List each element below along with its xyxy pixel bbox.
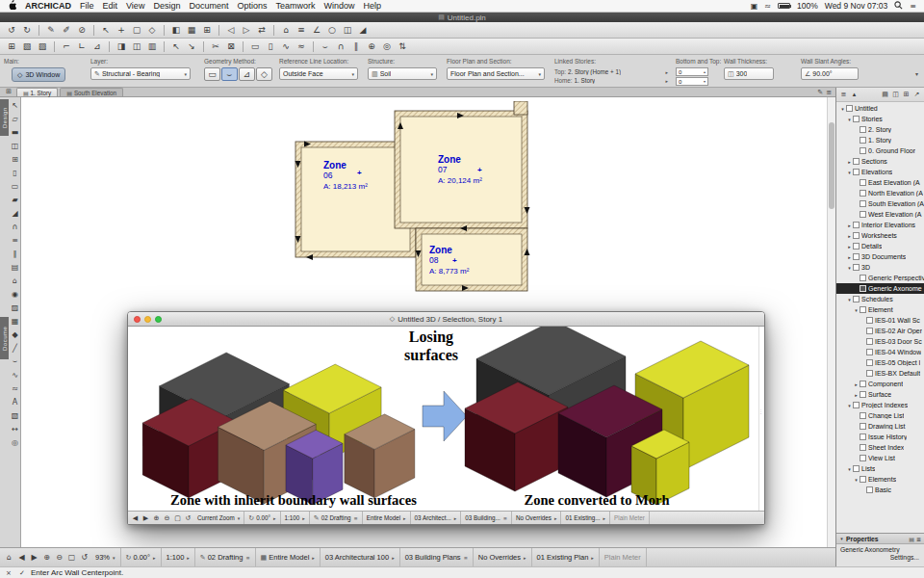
layers-alt-icon[interactable]: ▥ — [144, 39, 160, 53]
bottom-offset-input[interactable]: 0 ▾ — [676, 77, 708, 86]
menu-document[interactable]: Document — [189, 0, 228, 13]
slant-icon[interactable]: ⊿ — [90, 39, 105, 53]
menu-options[interactable]: Options — [237, 0, 267, 13]
zone-08-handle-icon[interactable]: + — [452, 256, 457, 265]
trim-icon[interactable]: ⌐ — [59, 39, 74, 53]
tree-expander-icon[interactable]: ▾ — [846, 403, 853, 408]
navigator-item-1-story[interactable]: 1. Story — [836, 135, 924, 145]
hatch-icon[interactable]: ▧ — [19, 39, 35, 53]
marquee-tool-icon[interactable]: ▱ — [9, 112, 21, 125]
toolbox-section-document[interactable]: Docume — [0, 317, 9, 359]
navigator-item-project-indexes[interactable]: ▾Project Indexes — [836, 400, 924, 410]
top-offset-input[interactable]: 0 ▴ — [676, 67, 708, 76]
navigator-item-worksheets[interactable]: ▸Worksheets — [836, 230, 924, 241]
ok-icon[interactable]: ✓ — [17, 568, 27, 578]
line-tool-icon[interactable]: ╱ — [9, 341, 21, 355]
tab-1-story[interactable]: ▤ 1. Story — [16, 88, 58, 96]
mesh-tool-icon[interactable]: ▦ — [9, 314, 21, 328]
wall-thickness-input[interactable]: ◫ 300 — [724, 67, 774, 80]
navigator-item-schedules[interactable]: ▾Schedules — [836, 294, 924, 304]
navigator-item-details[interactable]: ▸Details — [836, 241, 924, 251]
navigator-item-ies-03-door-sc[interactable]: IES-03 Door Sc — [836, 336, 924, 347]
fit-in-window-icon[interactable]: ▢ — [65, 551, 78, 564]
shell-icon[interactable]: ∩ — [333, 39, 348, 53]
wifi-icon[interactable]: ≈ — [764, 2, 771, 11]
zoom-in-icon[interactable]: ⊕ — [40, 551, 53, 564]
navigator-item-drawing-list[interactable]: Drawing List — [836, 421, 924, 432]
tree-expander-icon[interactable]: ▾ — [846, 170, 853, 175]
morph-tool-icon[interactable]: ◆ — [9, 328, 21, 341]
publisher-icon[interactable]: ↗ — [911, 90, 922, 100]
3d-viewport[interactable]: Losing surfaces Zone with inherit bounda… — [128, 327, 764, 511]
geometry-trapezoid-icon[interactable]: ⊿ — [239, 67, 255, 81]
door-alt-icon[interactable]: ◫ — [129, 39, 144, 53]
forward-icon[interactable]: ▶ — [141, 512, 151, 523]
zone-stamp-08[interactable]: Zone 08 A: 8,773 m² — [429, 245, 469, 276]
3d-viewer-title-bar[interactable]: ◇ Untitled 3D / Selection, Story 1 — [128, 312, 764, 327]
marquee-icon[interactable]: ▢ — [129, 23, 144, 37]
parallel-icon[interactable]: ∥ — [348, 39, 364, 53]
menu-edit[interactable]: Edit — [103, 0, 118, 13]
menu-view[interactable]: View — [126, 0, 144, 13]
column-icon[interactable]: ▯ — [263, 39, 278, 53]
stair-tool-icon[interactable]: ≡ — [9, 233, 21, 247]
arc-tool-icon[interactable]: ⌣ — [9, 355, 21, 368]
next-view-icon[interactable]: ▷ — [239, 23, 254, 37]
orbit-icon[interactable]: ↺ — [183, 512, 193, 523]
polyline-icon[interactable]: ∿ — [278, 39, 294, 53]
project-chooser-icon[interactable]: ≡ — [838, 90, 849, 100]
quick-option-03-building-[interactable]: 03 Building...≡ — [461, 512, 512, 524]
roof-icon[interactable]: ◢ — [355, 23, 371, 37]
navigator-up-icon[interactable]: ▴ — [849, 90, 860, 100]
tab-bar-pen-icon[interactable]: ✎ — [817, 89, 823, 96]
battery-icon[interactable] — [778, 3, 790, 9]
navigator-item-elevations[interactable]: ▾Elevations — [836, 167, 924, 177]
navigator-item-interior-elevations[interactable]: ▸Interior Elevations — [836, 220, 924, 230]
home-story-icon[interactable]: ⌂ — [278, 23, 294, 37]
swap-view-icon[interactable]: ⇄ — [254, 23, 270, 37]
navigator-item-component[interactable]: ▸Component — [836, 379, 924, 389]
zone-model-right[interactable] — [465, 327, 749, 505]
navigator-item-surface[interactable]: ▸Surface — [836, 389, 924, 400]
menu-design[interactable]: Design — [153, 0, 180, 13]
fit-in-window-icon[interactable]: ▢ — [172, 512, 183, 523]
navigator-item-ies-05-object-i[interactable]: IES-05 Object I — [836, 357, 924, 368]
cancel-icon[interactable]: × — [4, 568, 13, 578]
camera-tool-icon[interactable]: ◎ — [9, 435, 21, 449]
drag-icon[interactable]: ↖ — [168, 39, 184, 53]
railing-tool-icon[interactable]: ∥ — [9, 247, 21, 260]
tree-expander-icon[interactable]: ▾ — [846, 265, 853, 271]
tree-expander-icon[interactable]: ▸ — [846, 159, 853, 165]
navigator-item-element[interactable]: ▾Element — [836, 304, 924, 315]
window-title-bar[interactable]: ▤ Untitled.pln — [0, 13, 924, 22]
layers-icon[interactable]: ◧ — [168, 23, 184, 37]
navigator-item-untitled[interactable]: ▾Untitled — [836, 103, 924, 114]
add-vertex-icon[interactable]: + — [114, 23, 129, 37]
navigator-item-3d-documents[interactable]: ▸3D Documents — [836, 251, 924, 262]
door-tool-icon[interactable]: ◫ — [9, 139, 21, 152]
apple-menu[interactable] — [8, 0, 16, 13]
tab-south-elevation[interactable]: ▤ South Elevation — [60, 88, 123, 96]
dimension-tool-icon[interactable]: ↔ — [9, 422, 21, 435]
top-link-select[interactable]: Top: 2. Story (Home + 1) ▸ — [554, 67, 668, 76]
viewer-vertical-scrollbar[interactable]: ⋮ — [758, 327, 764, 511]
quick-option-no-overrides[interactable]: No Overrides▸ — [512, 512, 562, 524]
tree-expander-icon[interactable]: ▸ — [853, 381, 860, 387]
minimize-icon[interactable] — [144, 316, 151, 323]
tab-overview-icon[interactable]: ⊞ — [3, 87, 14, 96]
beam-tool-icon[interactable]: ▭ — [9, 179, 21, 193]
arc-icon[interactable]: ⌣ — [318, 39, 333, 53]
zone-06-handle-icon[interactable]: + — [357, 169, 362, 177]
navigator-item-ies-01-wall-sc[interactable]: IES-01 Wall Sc — [836, 315, 924, 326]
menu-teamwork[interactable]: Teamwork — [275, 0, 315, 13]
properties-header[interactable]: ▾ Properties ▤ ≡ — [836, 534, 924, 544]
navigator-item-lists[interactable]: ▾Lists — [836, 463, 924, 474]
layer-select[interactable]: ✎ Structural - Bearing ▾ — [90, 67, 191, 80]
chimney-detail[interactable] — [514, 101, 527, 115]
geometry-straight-icon[interactable]: ▭ — [204, 67, 220, 81]
navigator-item-2-story[interactable]: 2. Story — [836, 124, 924, 135]
navigator-item-sections[interactable]: ▸Sections — [836, 156, 924, 167]
redo-icon[interactable]: ↻ — [19, 23, 35, 37]
stepper-icon[interactable]: ▾ — [704, 79, 706, 84]
navigator-item-3d[interactable]: ▾3D — [836, 262, 924, 273]
